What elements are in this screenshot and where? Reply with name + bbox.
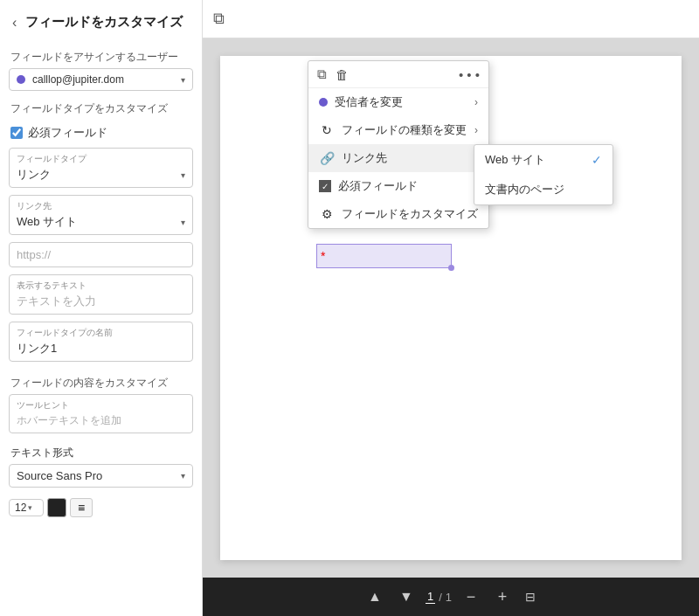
- canvas-area: ⧉ * ⧉ 🗑 • • •: [203, 0, 699, 616]
- link-dest-arrow: ▾: [181, 218, 185, 227]
- field-name-group[interactable]: フィールドタイプの名前 リンク1: [9, 322, 193, 362]
- bottom-bar: ▲ ▼ 1 / 1 − + ⊟: [203, 578, 699, 616]
- user-dropdown-arrow: ▾: [181, 75, 185, 85]
- page-indicator: 1 / 1: [426, 590, 452, 604]
- font-dropdown-arrow: ▾: [181, 471, 185, 481]
- ctx-change-field-type-label: フィールドの種類を変更: [342, 122, 467, 138]
- ctx-cycle-icon: ↻: [319, 122, 335, 138]
- submenu-doc-page[interactable]: 文書内のページ: [474, 175, 612, 204]
- display-text-label: 表示するテキスト: [17, 280, 185, 292]
- assign-user-label: フィールドをアサインするユーザー: [0, 41, 202, 68]
- page-current: 1: [426, 590, 435, 604]
- font-size-arrow: ▾: [28, 503, 32, 512]
- font-color-picker[interactable]: [47, 498, 66, 517]
- ctx-change-recipient-label: 受信者を変更: [335, 94, 403, 110]
- submenu: Web サイト ✓ 文書内のページ: [474, 144, 613, 205]
- required-field-label: 必須フィールド: [28, 125, 107, 141]
- content-customize-label: フィールドの内容をカスタマイズ: [0, 369, 202, 394]
- ctx-change-field-type[interactable]: ↻ フィールドの種類を変更 ›: [308, 116, 488, 144]
- page-total: 1: [446, 591, 452, 604]
- page-separator: /: [439, 591, 442, 604]
- font-size-num: 12: [15, 502, 26, 514]
- display-text-group[interactable]: 表示するテキスト テキストを入力: [9, 274, 193, 315]
- user-email: calllop@jupiter.dom: [32, 73, 181, 86]
- display-text-value: テキストを入力: [17, 294, 185, 309]
- tooltip-placeholder: ホバーテキストを追加: [17, 413, 185, 428]
- field-type-label: フィールドタイプ: [17, 153, 185, 165]
- font-select-row[interactable]: Source Sans Pro ▾: [9, 464, 193, 488]
- context-menu-top: ⧉ 🗑 • • •: [308, 61, 488, 88]
- nav-down-button[interactable]: ▼: [394, 585, 419, 609]
- user-field[interactable]: calllop@jupiter.dom ▾: [9, 68, 193, 91]
- text-format-label: テキスト形式: [0, 440, 202, 464]
- sidebar-header: ‹ フィールドをカスタマイズ: [0, 7, 202, 41]
- field-type-arrow: ▾: [181, 170, 185, 180]
- font-name: Source Sans Pro: [17, 469, 102, 482]
- submenu-doc-page-label: 文書内のページ: [485, 182, 564, 197]
- link-dest-label: リンク先: [17, 200, 185, 212]
- ctx-check-icon: ✓: [319, 180, 331, 192]
- field-type-value: リンク: [17, 167, 51, 183]
- sidebar-title: フィールドをカスタマイズ: [25, 14, 183, 31]
- ctx-link-icon: 🔗: [319, 150, 335, 166]
- zoom-in-button[interactable]: +: [490, 585, 515, 609]
- context-menu: ⧉ 🗑 • • • 受信者を変更 › ↻ フィールドの種類を変更 › 🔗: [308, 60, 489, 229]
- ctx-required-label: 必須フィールド: [338, 178, 418, 194]
- link-dest-group[interactable]: リンク先 Web サイト ▾: [9, 195, 193, 235]
- ctx-change-field-type-arrow: ›: [474, 124, 478, 136]
- ctx-delete-icon[interactable]: 🗑: [336, 67, 349, 82]
- sidebar: ‹ フィールドをカスタマイズ フィールドをアサインするユーザー calllop@…: [0, 0, 203, 616]
- url-input-group[interactable]: https://: [9, 242, 193, 267]
- required-checkbox[interactable]: [10, 127, 23, 139]
- zoom-out-button[interactable]: −: [459, 585, 483, 609]
- link-dest-select[interactable]: Web サイト ▾: [17, 214, 185, 230]
- user-dot: [17, 75, 25, 84]
- customize-field-type-label: フィールドタイプをカスタマイズ: [0, 98, 202, 121]
- font-size-selector[interactable]: 12 ▾: [9, 499, 44, 516]
- field-type-select[interactable]: リンク ▾: [17, 167, 185, 183]
- submenu-website-label: Web サイト: [485, 152, 545, 168]
- ctx-link-dest[interactable]: 🔗 リンク先 › Web サイト ✓ 文書内のページ: [308, 144, 488, 172]
- canvas-content: * ⧉ 🗑 • • • 受信者を変更 ›: [203, 38, 699, 578]
- link-dest-value: Web サイト: [17, 214, 77, 230]
- field-type-group[interactable]: フィールドタイプ リンク ▾: [9, 148, 193, 188]
- submenu-checkmark: ✓: [592, 153, 602, 167]
- ctx-required[interactable]: ✓ 必須フィールド: [308, 172, 488, 200]
- field-name-value: リンク1: [17, 341, 185, 356]
- required-asterisk: *: [321, 249, 325, 263]
- fit-icon[interactable]: ⊟: [522, 588, 539, 606]
- font-toolbar: 12 ▾ ≡: [0, 495, 202, 524]
- required-field-row: 必須フィールド: [0, 121, 202, 148]
- ctx-change-recipient[interactable]: 受信者を変更 ›: [308, 88, 488, 116]
- ctx-more-icon[interactable]: • • •: [459, 67, 480, 82]
- copy-icon[interactable]: ⧉: [210, 6, 228, 31]
- doc-form-field[interactable]: *: [316, 244, 452, 268]
- ctx-customize[interactable]: ⚙ フィールドをカスタマイズ: [308, 200, 488, 228]
- url-placeholder: https://: [17, 248, 51, 261]
- align-button[interactable]: ≡: [70, 498, 93, 517]
- ctx-copy-icon[interactable]: ⧉: [317, 66, 327, 82]
- back-button[interactable]: ‹: [9, 15, 20, 31]
- ctx-customize-label: フィールドをカスタマイズ: [342, 206, 478, 222]
- canvas-toolbar: ⧉: [203, 0, 699, 38]
- submenu-website[interactable]: Web サイト ✓: [474, 145, 612, 175]
- tooltip-group[interactable]: ツールヒント ホバーテキストを追加: [9, 394, 193, 433]
- ctx-link-dest-label: リンク先: [342, 150, 387, 166]
- tooltip-label: ツールヒント: [17, 399, 185, 412]
- field-resize-handle[interactable]: [448, 265, 454, 271]
- ctx-dot-icon: [319, 98, 328, 107]
- ctx-change-recipient-arrow: ›: [474, 96, 478, 108]
- ctx-settings-icon: ⚙: [319, 206, 335, 222]
- nav-up-button[interactable]: ▲: [363, 585, 387, 609]
- field-name-label: フィールドタイプの名前: [17, 327, 185, 339]
